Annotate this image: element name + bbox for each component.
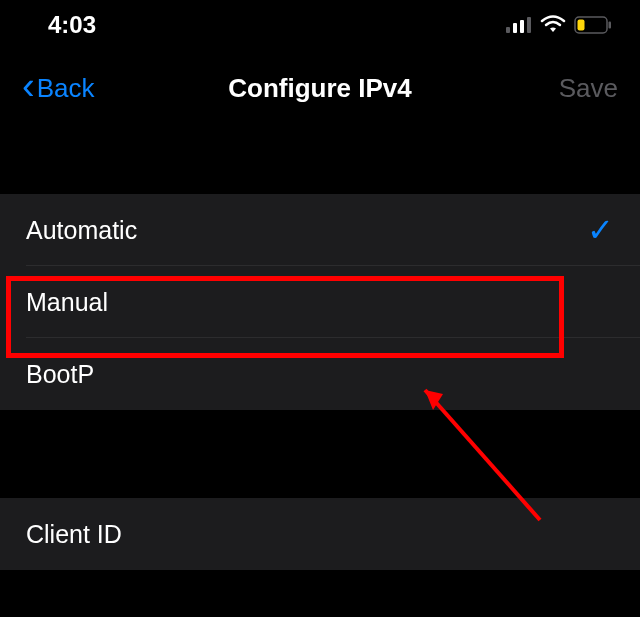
- options-list: Automatic ✓ Manual BootP: [0, 194, 640, 410]
- back-label: Back: [37, 73, 95, 104]
- client-id-section: Client ID: [0, 498, 640, 570]
- option-manual[interactable]: Manual: [0, 266, 640, 338]
- svg-rect-1: [513, 23, 517, 33]
- spacer: [0, 126, 640, 194]
- option-label: BootP: [26, 360, 94, 389]
- option-automatic[interactable]: Automatic ✓: [0, 194, 640, 266]
- page-title: Configure IPv4: [228, 73, 411, 104]
- cellular-signal-icon: [506, 17, 532, 33]
- option-label: Manual: [26, 288, 108, 317]
- client-id-label: Client ID: [26, 520, 122, 549]
- status-time: 4:03: [48, 11, 96, 39]
- svg-rect-0: [506, 27, 510, 33]
- battery-icon: [574, 16, 612, 34]
- svg-rect-5: [578, 20, 585, 31]
- chevron-left-icon: ‹: [22, 67, 35, 105]
- back-button[interactable]: ‹ Back: [22, 71, 94, 105]
- svg-rect-3: [527, 17, 531, 33]
- save-button[interactable]: Save: [559, 73, 618, 104]
- spacer: [0, 410, 640, 498]
- wifi-icon: [540, 15, 566, 35]
- checkmark-icon: ✓: [587, 211, 614, 249]
- status-bar: 4:03: [0, 0, 640, 50]
- option-label: Automatic: [26, 216, 137, 245]
- status-icons: [506, 15, 612, 35]
- client-id-field[interactable]: Client ID: [0, 498, 640, 570]
- svg-rect-2: [520, 20, 524, 33]
- navigation-bar: ‹ Back Configure IPv4 Save: [0, 50, 640, 126]
- svg-rect-6: [609, 22, 612, 29]
- option-bootp[interactable]: BootP: [0, 338, 640, 410]
